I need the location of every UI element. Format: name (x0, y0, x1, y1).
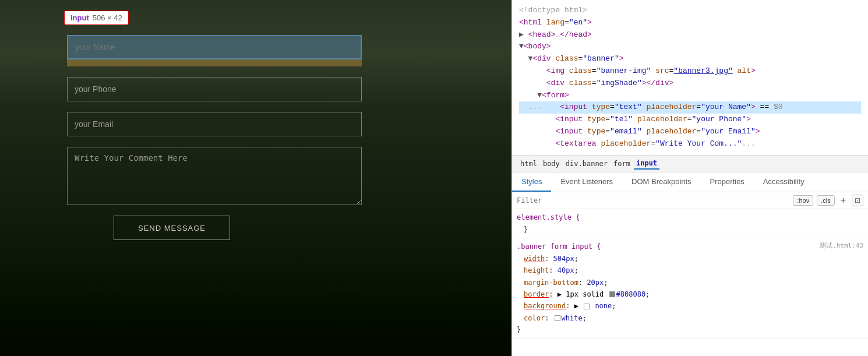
html-line-4: ▼<body> (519, 41, 861, 53)
element-style-selector: element.style { (517, 213, 580, 221)
name-input[interactable] (67, 35, 362, 59)
color-swatch-gray[interactable] (609, 291, 615, 297)
html-line-5: ▼<div class="banner"> (519, 53, 861, 65)
html-line-1: <!doctype html> (519, 5, 861, 17)
html-line-8: ▼<form> (519, 90, 861, 102)
tab-event-listeners[interactable]: Event Listeners (551, 172, 622, 192)
html-line-2: <html lang="en"> (519, 17, 861, 29)
tab-properties[interactable]: Properties (701, 172, 754, 192)
form-area: SEND MESSAGE (67, 35, 370, 240)
css-prop-border: border: ▶ 1px solid #808080; (517, 288, 863, 300)
element-style-rule: element.style { } (512, 209, 868, 239)
html-line-10: <input type="tel" placeholder="your Phon… (519, 114, 861, 126)
element-style-closing: } (517, 224, 863, 235)
html-line-11: <input type="email" placeholder="your Em… (519, 126, 861, 138)
breadcrumb-div-banner[interactable]: div.banner (563, 158, 610, 169)
css-prop-background: background: ▶ none; (517, 300, 863, 312)
css-prop-width: width: 504px; (517, 253, 863, 265)
devtools-panel: <!doctype html> <html lang="en"> ▶ <head… (511, 0, 868, 356)
breadcrumb-html[interactable]: html (518, 158, 539, 169)
styles-panel: :hov .cls + ⊡ element.style { } .banner … (512, 192, 868, 356)
html-line-6: <img class="banner-img" src="banner3.jpg… (519, 65, 861, 77)
tab-dom-breakpoints[interactable]: DOM Breakpoints (622, 172, 701, 192)
tooltip-size: 506 × 42 (93, 13, 122, 22)
email-input[interactable] (67, 112, 362, 136)
tooltip-tag: input (70, 13, 89, 22)
html-line-12: <textarea placeholder="Write Your Com...… (519, 138, 861, 150)
comment-textarea[interactable] (67, 147, 362, 205)
html-line-7: <div class="imgShade"></div> (519, 77, 861, 90)
html-line-selected[interactable]: ... <input type="text" placeholder="your… (519, 101, 861, 114)
css-closing-brace: } (517, 324, 863, 336)
send-button[interactable]: SEND MESSAGE (114, 216, 230, 240)
breadcrumb: html body div.banner form input (512, 155, 868, 172)
background-expand-icon[interactable]: ▶ (574, 302, 578, 310)
phone-input[interactable] (67, 77, 362, 101)
filter-input[interactable] (517, 196, 789, 205)
tab-styles[interactable]: Styles (512, 172, 551, 192)
filter-actions: :hov .cls + ⊡ (793, 195, 863, 206)
html-source: <!doctype html> <html lang="en"> ▶ <head… (512, 0, 868, 155)
color-swatch-none[interactable] (584, 304, 590, 309)
tabs-bar: Styles Event Listeners DOM Breakpoints P… (512, 172, 868, 192)
banner-form-input-rule: .banner form input { 测试.html:43 width: 5… (512, 238, 868, 339)
breadcrumb-body[interactable]: body (541, 158, 562, 169)
tab-accessibility[interactable]: Accessibility (754, 172, 814, 192)
add-rule-button[interactable]: + (838, 195, 848, 206)
filter-bar: :hov .cls + ⊡ (512, 192, 868, 209)
css-prop-height: height: 40px; (517, 265, 863, 276)
border-expand-icon[interactable]: ▶ (558, 290, 562, 298)
hov-button[interactable]: :hov (793, 195, 813, 206)
website-preview: input 506 × 42 SEND MESSAGE (0, 0, 511, 356)
cls-button[interactable]: .cls (817, 195, 835, 206)
breadcrumb-form[interactable]: form (611, 158, 633, 169)
css-prop-color: color: white; (517, 312, 863, 324)
expand-button[interactable]: ⊡ (852, 195, 863, 206)
color-swatch-white[interactable] (555, 315, 560, 321)
html-line-3: ▶ <head>…</head> (519, 29, 861, 41)
element-tooltip: input 506 × 42 (64, 10, 129, 25)
breadcrumb-input[interactable]: input (634, 158, 659, 170)
input-highlight-bar (67, 59, 362, 66)
css-prop-margin-bottom: margin-bottom: 20px; (517, 277, 863, 288)
